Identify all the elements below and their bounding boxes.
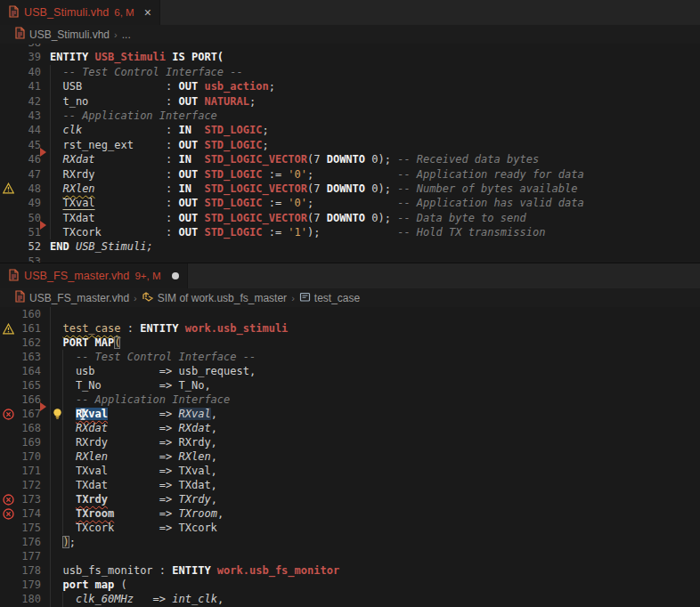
chevron-right-icon: › [290,293,296,304]
code-line[interactable]: 164 usb => usb_request, [0,364,700,378]
indent-guide [50,449,51,464]
code-token: TXrdy [179,493,211,506]
line-number: 172 [0,478,41,492]
code-token: ( [114,579,126,591]
code-line[interactable]: 52END USB_Stimuli; [0,239,700,254]
breadcrumb-item[interactable]: SIM of work.usb_fs_master [142,291,287,305]
code-line[interactable]: 41 USB : OUT usb_action; [0,79,700,93]
code-line[interactable]: 166 -- Application Interface [0,393,700,407]
code-token: RXrdy => RXrdy, [50,436,217,449]
breadcrumb-item[interactable]: USB_Stimuli.vhd [14,27,110,42]
code-token: := [262,197,288,209]
breadcrumb-bottom: USB_FS_master.vhd›SIM of work.usb_fs_mas… [0,288,700,307]
code-token: RXlen [76,450,108,463]
code-token: TXdat : [50,212,179,224]
error-icon [3,494,14,506]
code-line[interactable]: 163 -- Test Control Interface -- [0,350,700,364]
code-editor-top[interactable]: 3839ENTITY USB_Stimuli IS PORT(40 -- Tes… [0,44,700,263]
close-icon[interactable]: × [144,6,151,19]
code-token: END [50,240,76,253]
code-line[interactable]: 47 RXrdy : OUT STD_LOGIC := '0'; -- Appl… [0,167,700,182]
code-line[interactable]: 45 rst_neg_ext : OUT STD_LOGIC; [0,138,700,152]
code-token: OUT [179,139,205,151]
tab-label: USB_FS_master.vhd [24,270,129,282]
code-token: -- Application ready for data [397,168,584,181]
code-line[interactable]: 49 TXval : OUT STD_LOGIC := '0'; -- Appl… [0,196,700,210]
indent-guide [50,138,51,152]
code-token [50,322,62,335]
code-line[interactable]: 53 [0,255,700,263]
breadcrumb-item[interactable]: test_case [299,291,360,305]
code-token: OUT [179,80,205,93]
tab-USB_FS_master.vhd[interactable]: USB_FS_master.vhd9+, M [0,263,188,288]
indent-guide [50,167,51,182]
line-number: 53 [0,255,41,263]
indent-guide [50,211,51,225]
code-token: usb => usb_request, [50,365,256,377]
code-line[interactable]: 165 T_No => T_No, [0,378,700,393]
code-editor-bottom[interactable]: 160161 test_case : ENTITY work.usb_stimu… [0,307,700,607]
code-line[interactable]: 43 -- Application Interface [0,109,700,123]
code-line[interactable]: 160 [0,307,700,321]
code-token: TXval [62,197,94,209]
code-line[interactable]: 171 TXval => TXval, [0,464,700,478]
code-line[interactable]: 167 RXval => RXval, [0,407,700,421]
line-number: 170 [0,449,41,464]
code-line[interactable]: 176 ); [0,535,700,549]
indent-guide [62,521,63,535]
indent-guide [50,350,51,364]
code-line[interactable]: 39ENTITY USB_Stimuli IS PORT( [0,50,700,64]
lightbulb-icon[interactable] [52,408,63,420]
code-line[interactable]: 177 [0,549,700,563]
code-line[interactable]: 51 TXcork : OUT STD_LOGIC := '1'); -- Ho… [0,225,700,239]
code-token: TXdat => TXdat, [50,479,217,491]
code-line[interactable]: 179 port map ( [0,578,700,592]
code-line[interactable]: 172 TXdat => TXdat, [0,478,700,492]
code-line[interactable]: 42 t_no : OUT NATURAL; [0,94,700,109]
file-icon [8,269,20,284]
code-line[interactable]: 48 RXlen : IN STD_LOGIC_VECTOR(7 DOWNTO … [0,182,700,196]
code-line[interactable]: 50 TXdat : OUT STD_LOGIC_VECTOR(7 DOWNTO… [0,211,700,225]
code-token: (7 [307,182,327,195]
indent-guide [50,393,51,407]
line-number: 40 [0,65,41,79]
code-token [50,536,62,548]
code-line[interactable]: 178 usb_fs_monitor : ENTITY work.usb_fs_… [0,563,700,578]
code-line[interactable]: 174 TXroom => TXroom, [0,506,700,521]
line-number: 180 [0,592,41,606]
code-line[interactable]: 173 TXrdy => TXrdy, [0,492,700,506]
code-token: STD_LOGIC [204,168,262,181]
code-line[interactable]: 162 PORT MAP( [0,336,700,350]
tab-problems-badge: 9+, M [134,271,160,281]
code-line[interactable]: 180 clk_60MHz => int_clk, [0,592,700,606]
code-line[interactable]: 175 TXcork => TXcork [0,521,700,535]
code-token: ; [307,168,397,181]
indent-guide [50,521,51,535]
code-line[interactable]: 161 test_case : ENTITY work.usb_stimuli [0,321,700,336]
indent-guide [62,421,63,435]
code-line[interactable]: 168 RXdat => RXdat, [0,421,700,435]
tab-USB_Stimuli.vhd[interactable]: USB_Stimuli.vhd6, M× [0,0,160,25]
code-token: => [114,507,178,520]
breadcrumb-label: test_case [314,292,360,304]
code-line[interactable]: 40 -- Test Control Interface -- [0,65,700,79]
code-token: STD_LOGIC [204,197,262,209]
line-number: 47 [0,167,41,182]
code-token: , [217,507,224,520]
unsaved-dot-icon[interactable] [172,272,179,279]
breadcrumb-item[interactable]: USB_FS_master.vhd [14,290,129,305]
breadcrumb-item[interactable]: ... [122,28,131,41]
code-line[interactable]: 38 [0,44,700,50]
line-number: 44 [0,123,41,137]
indent-guide [50,123,51,137]
code-token: => [108,422,178,434]
code-token: RXdat [179,422,211,434]
code-token: => [134,593,172,605]
code-line[interactable]: 44 clk : IN STD_LOGIC; [0,123,700,137]
code-token: 0); [365,182,397,195]
code-line[interactable]: 46 RXdat : IN STD_LOGIC_VECTOR(7 DOWNTO … [0,152,700,166]
code-line[interactable]: 170 RXlen => RXlen, [0,449,700,464]
warning-icon [3,323,14,335]
code-line[interactable]: 169 RXrdy => RXrdy, [0,435,700,449]
code-token: USB_Stimuli; [76,240,153,253]
